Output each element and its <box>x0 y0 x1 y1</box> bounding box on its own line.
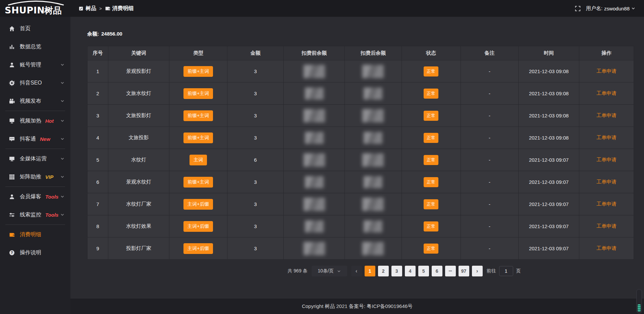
sidebar-item-label: 抖音SEO <box>20 80 42 87</box>
balance-label: 余额: <box>87 31 99 37</box>
page-button-1[interactable]: 1 <box>365 266 375 276</box>
work-order-link[interactable]: 工单申请 <box>596 179 616 185</box>
work-order-link[interactable]: 工单申请 <box>596 112 616 118</box>
status-badge: 正常 <box>424 199 438 209</box>
menu-divider <box>5 224 65 225</box>
status-badge: 正常 <box>424 111 438 121</box>
sidebar-item-home[interactable]: 首页 <box>0 19 70 38</box>
redacted-balance-before <box>305 220 324 232</box>
sidebar-item-label: 账号管理 <box>20 61 41 68</box>
sidebar-item-instructions[interactable]: 操作说明 <box>0 244 70 262</box>
sidebar-item-consumption-detail[interactable]: 消费明细 <box>0 225 70 244</box>
cell-status: 正常 <box>401 149 461 171</box>
work-order-link[interactable]: 工单申请 <box>596 245 616 251</box>
chevron-down-icon <box>60 195 64 199</box>
page-size-select[interactable]: 10条/页 <box>312 266 347 276</box>
ellipsis-page-button[interactable]: ••• <box>445 266 456 276</box>
sidebar-item-label: 视频加热 <box>20 117 41 124</box>
work-order-link[interactable]: 工单申请 <box>596 157 616 162</box>
cell-remark: - <box>461 127 519 149</box>
cell-balance-before <box>283 105 344 127</box>
table-row: 5水纹灯主词6正常-2021-12-03 09:07工单申请 <box>88 149 634 171</box>
page-button-97[interactable]: 97 <box>459 266 469 276</box>
next-page-button[interactable]: › <box>472 266 483 276</box>
sidebar-item-media-operation[interactable]: 全媒体运营 <box>0 150 70 168</box>
cell-keyword: 景观水纹灯 <box>108 171 169 193</box>
redacted-balance-after <box>364 132 382 144</box>
page-button-2[interactable]: 2 <box>378 266 389 276</box>
cell-index: 1 <box>88 60 108 83</box>
gear-icon <box>9 80 15 86</box>
cell-action: 工单申请 <box>579 83 634 105</box>
redacted-balance-before <box>305 176 324 188</box>
app-logo[interactable]: SHUPIN 树品 <box>0 1 70 16</box>
type-badge: 前缀+主词 <box>183 66 213 77</box>
status-badge: 正常 <box>424 66 438 76</box>
cell-status: 正常 <box>401 215 461 238</box>
cell-time: 2021-12-03 09:07 <box>519 149 579 171</box>
balance-value: 24856.00 <box>101 31 122 37</box>
page-button-4[interactable]: 4 <box>405 266 416 276</box>
cell-time: 2021-12-03 09:07 <box>519 193 579 215</box>
cell-type: 主词+后缀 <box>169 238 227 260</box>
redacted-balance-before <box>304 153 325 167</box>
work-order-link[interactable]: 工单申请 <box>596 135 616 140</box>
sidebar-item-label: 全媒体运营 <box>20 155 47 162</box>
page-button-6[interactable]: 6 <box>432 266 442 276</box>
sidebar-item-leads-monitor[interactable]: 线索监控Tools <box>0 206 70 224</box>
work-order-link[interactable]: 工单申请 <box>596 90 616 96</box>
cell-time: 2021-12-03 09:07 <box>519 238 579 260</box>
table-row: 2文旅水纹灯前缀+主词3正常-2021-12-03 09:08工单申请 <box>88 83 634 105</box>
cell-type: 前缀+主词 <box>169 60 227 83</box>
type-badge: 前缀+主词 <box>183 110 213 121</box>
sidebar-item-douketong[interactable]: 抖客通New <box>0 130 70 148</box>
sidebar-item-matrix-boost[interactable]: 矩阵助推VIP <box>0 168 70 186</box>
sidebar-item-video-publish[interactable]: 视频发布 <box>0 92 70 110</box>
cell-time: 2021-12-03 09:08 <box>519 83 579 105</box>
page-buttons: ‹ 123456•••97 › <box>351 266 483 276</box>
sidebar-item-douyin-seo[interactable]: 抖音SEO <box>0 74 70 92</box>
cell-type: 前缀+主词 <box>169 127 227 149</box>
sidebar-item-label: 首页 <box>20 25 31 32</box>
sidebar-item-label: 操作说明 <box>20 249 41 256</box>
breadcrumb-current[interactable]: 消费明细 <box>105 5 134 12</box>
page-number-buttons: 123456•••97 <box>365 266 469 276</box>
page-button-5[interactable]: 5 <box>418 266 429 276</box>
sidebar-item-video-heating[interactable]: 视频加热Hot <box>0 112 70 130</box>
table-row: 4文旅投影前缀+主词3正常-2021-12-03 09:08工单申请 <box>88 127 634 149</box>
sidebar-item-data-overview[interactable]: 数据总览 <box>0 38 70 56</box>
column-header: 时间 <box>519 46 579 60</box>
page-button-3[interactable]: 3 <box>391 266 402 276</box>
breadcrumb-home[interactable]: 树品 <box>78 5 96 12</box>
work-order-link[interactable]: 工单申请 <box>596 223 616 229</box>
fullscreen-icon[interactable] <box>575 6 581 11</box>
cell-remark: - <box>461 171 519 193</box>
breadcrumb: 树品 > 消费明细 <box>78 5 134 12</box>
username-value: zswodun88 <box>604 6 630 11</box>
cell-status: 正常 <box>401 60 461 83</box>
sidebar-item-label: 抖客通 <box>20 136 36 143</box>
sidebar-item-account-management[interactable]: 账号管理 <box>0 56 70 74</box>
wallet-icon <box>105 6 110 11</box>
sidebar-item-label: 数据总览 <box>20 43 41 50</box>
menu-divider <box>5 187 65 187</box>
chevron-down-icon <box>60 99 64 103</box>
work-order-link[interactable]: 工单申请 <box>596 201 616 207</box>
cell-amount: 3 <box>227 215 284 238</box>
cell-remark: - <box>461 83 519 105</box>
work-order-link[interactable]: 工单申请 <box>596 68 616 74</box>
type-badge: 主词 <box>190 155 207 165</box>
sidebar-item-member-baoke[interactable]: 会员爆客Tools <box>0 188 70 206</box>
cell-action: 工单申请 <box>579 193 634 215</box>
shupin-logo-graphic: SHUPIN 树品 <box>4 1 68 16</box>
prev-page-button[interactable]: ‹ <box>351 266 362 276</box>
floating-widget[interactable] <box>636 289 642 313</box>
user-menu[interactable]: 用户名: zswodun88 <box>586 5 635 12</box>
cell-balance-after <box>345 149 401 171</box>
breadcrumb-current-label: 消费明细 <box>112 5 134 12</box>
cell-type: 主词 <box>169 149 227 171</box>
goto-page-input[interactable] <box>499 266 513 276</box>
cell-index: 6 <box>88 171 108 193</box>
sidebar: 首页数据总览账号管理抖音SEO视频发布视频加热Hot抖客通New全媒体运营矩阵助… <box>0 17 70 314</box>
column-header: 状态 <box>401 46 461 60</box>
